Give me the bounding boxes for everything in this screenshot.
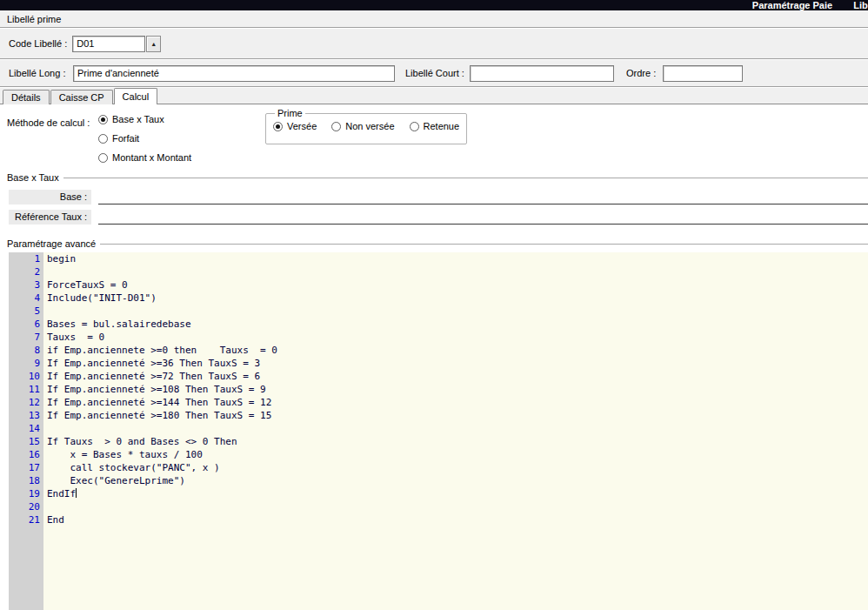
code-text: x = Bases * tauxs / 100: [43, 448, 203, 461]
libelle-row: Libellé Long : Libellé Court : Ordre :: [0, 60, 868, 86]
code-line[interactable]: 4 Include("INIT-D01"): [9, 292, 868, 305]
radio-versee[interactable]: Versée: [273, 121, 317, 131]
ordre-input[interactable]: [663, 65, 743, 82]
line-number: 6: [9, 318, 43, 331]
code-line[interactable]: 21 End: [9, 513, 868, 526]
titlebar-partial-label: Libellé: [853, 0, 868, 10]
libelle-court-label: Libellé Court :: [405, 68, 470, 78]
line-number: 9: [9, 357, 43, 370]
code-text: If Emp.ancienneté >=144 Then TauxS = 12: [43, 396, 271, 409]
code-libelle-input[interactable]: [72, 36, 145, 52]
line-number: 2: [9, 265, 43, 278]
code-line[interactable]: 13 If Emp.ancienneté >=180 Then TauxS = …: [9, 409, 868, 422]
code-line[interactable]: 7 Tauxs = 0: [9, 331, 868, 344]
code-line[interactable]: 17 call stockevar("PANC", x ): [9, 461, 868, 474]
radio-button-icon: [410, 122, 419, 131]
code-text: If Emp.ancienneté >=72 Then TauxS = 6: [43, 370, 260, 383]
code-text: Bases = bul.salairedebase: [43, 318, 191, 331]
code-line[interactable]: 18 Exec("GenereLprime"): [9, 474, 868, 487]
radio-retenue[interactable]: Retenue: [410, 121, 460, 131]
parametrage-avance-group-title: Paramétrage avancé: [7, 238, 96, 249]
parametrage-avance-group-header: Paramétrage avancé: [0, 237, 868, 251]
code-libelle-row: Code Libellé : ▲: [0, 29, 868, 58]
radio-retenue-label: Retenue: [424, 121, 460, 131]
radio-button-icon: [98, 134, 108, 144]
code-text: Include("INIT-D01"): [43, 292, 157, 305]
code-editor[interactable]: 1 begin 2 3 ForceTauxS = 0 4 Include("IN…: [9, 252, 868, 610]
code-text: begin: [43, 252, 76, 265]
payroll-config-window: Paramétrage Paie Libellé Libellé prime C…: [0, 0, 868, 610]
tab-calcul[interactable]: Calcul: [114, 88, 158, 104]
code-line[interactable]: 12 If Emp.ancienneté >=144 Then TauxS = …: [9, 396, 868, 409]
code-text: If Emp.ancienneté >=36 Then TauxS = 3: [43, 357, 260, 370]
radio-button-icon: [98, 115, 108, 124]
radio-button-icon: [273, 122, 283, 131]
radio-forfait[interactable]: Forfait: [98, 133, 191, 144]
libelle-court-input[interactable]: [470, 65, 614, 82]
base-label: Base :: [9, 190, 91, 204]
chevron-up-icon: ▲: [150, 41, 157, 47]
code-text: If Emp.ancienneté >=180 Then TauxS = 15: [43, 409, 271, 422]
line-number: 11: [9, 383, 43, 396]
group-header-rule: [100, 244, 868, 245]
code-text: If Tauxs > 0 and Bases <> 0 Then: [43, 435, 237, 448]
code-line[interactable]: 20: [9, 500, 868, 513]
page-header: Libellé prime: [0, 10, 868, 27]
code-text: if Emp.anciennete >=0 then Tauxs = 0: [43, 344, 277, 357]
libelle-long-label: Libellé Long :: [9, 68, 73, 78]
code-line[interactable]: 11 If Emp.ancienneté >=108 Then TauxS = …: [9, 383, 868, 396]
line-number: 18: [9, 474, 43, 487]
radio-montant-x-montant[interactable]: Montant x Montant: [98, 152, 191, 163]
code-text: Tauxs = 0: [43, 331, 104, 344]
methode-de-calcul-label: Méthode de calcul :: [7, 117, 90, 128]
code-libelle-label: Code Libellé :: [9, 38, 67, 49]
code-line[interactable]: 15 If Tauxs > 0 and Bases <> 0 Then: [9, 435, 868, 448]
line-number: 15: [9, 435, 43, 448]
code-text: Exec("GenereLprime"): [43, 474, 185, 487]
reference-taux-field-row: Référence Taux :: [0, 204, 868, 225]
radio-base-x-taux[interactable]: Base x Taux: [98, 114, 191, 124]
code-line[interactable]: 2: [9, 265, 868, 278]
prime-groupbox: Prime Versée Non versée Retenue: [265, 108, 467, 144]
base-input[interactable]: [98, 190, 868, 204]
prime-groupbox-legend: Prime: [275, 108, 305, 118]
code-line[interactable]: 8 if Emp.anciennete >=0 then Tauxs = 0: [9, 344, 868, 357]
line-number: 3: [9, 278, 43, 292]
code-line[interactable]: 6 Bases = bul.salairedebase: [9, 318, 868, 331]
code-line[interactable]: 16 x = Bases * tauxs / 100: [9, 448, 868, 461]
code-line[interactable]: 3 ForceTauxS = 0: [9, 278, 868, 292]
line-number: 8: [9, 344, 43, 357]
tab-strip: Détails Caisse CP Calcul: [0, 88, 868, 104]
reference-taux-label: Référence Taux :: [9, 210, 91, 225]
code-text: ForceTauxS = 0: [43, 278, 128, 292]
page-title: Libellé prime: [7, 14, 61, 24]
code-text: [43, 305, 47, 318]
line-number: 21: [9, 513, 43, 526]
tab-details[interactable]: Détails: [3, 90, 50, 104]
line-number: 12: [9, 396, 43, 409]
line-number: 4: [9, 292, 43, 305]
code-line[interactable]: 5: [9, 305, 868, 318]
code-line[interactable]: 14: [9, 422, 868, 435]
reference-taux-input[interactable]: [98, 210, 868, 225]
code-libelle-spin-up-button[interactable]: ▲: [146, 36, 161, 52]
code-line[interactable]: 9 If Emp.ancienneté >=36 Then TauxS = 3: [9, 357, 868, 370]
code-text: End: [43, 513, 64, 526]
ordre-label: Ordre :: [626, 68, 663, 78]
line-number: 10: [9, 370, 43, 383]
line-number: 5: [9, 305, 43, 318]
prime-radio-group: Versée Non versée Retenue: [273, 121, 459, 131]
libelle-long-input[interactable]: [73, 65, 395, 82]
radio-montant-x-montant-label: Montant x Montant: [112, 152, 191, 163]
line-number: 17: [9, 461, 43, 474]
base-x-taux-group-header: Base x Taux: [0, 171, 868, 184]
code-line[interactable]: 19 EndIf: [9, 487, 868, 500]
radio-base-x-taux-label: Base x Taux: [112, 114, 164, 124]
code-line[interactable]: 10 If Emp.ancienneté >=72 Then TauxS = 6: [9, 370, 868, 383]
code-text: call stockevar("PANC", x ): [43, 461, 220, 474]
tab-caisse-cp[interactable]: Caisse CP: [50, 90, 113, 104]
code-text: If Emp.ancienneté >=108 Then TauxS = 9: [43, 383, 266, 396]
group-header-rule: [63, 178, 868, 179]
radio-non-versee[interactable]: Non versée: [331, 121, 394, 131]
code-line[interactable]: 1 begin: [9, 252, 868, 265]
